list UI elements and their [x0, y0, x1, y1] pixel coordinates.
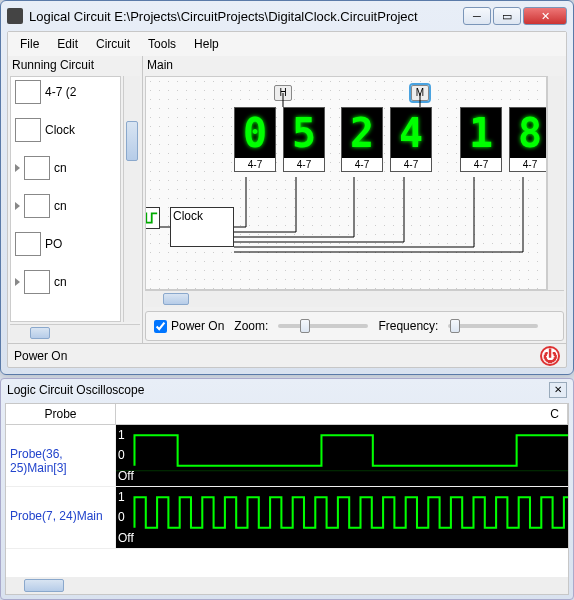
menu-help[interactable]: Help: [186, 34, 227, 54]
window-controls: ─ ▭ ✕: [463, 7, 567, 25]
canvas-scrollbar-vertical[interactable]: [547, 76, 564, 290]
maximize-button[interactable]: ▭: [493, 7, 521, 25]
y-labels: 1 0 Off: [118, 425, 134, 486]
statusbar: Power On ⏻: [8, 343, 566, 367]
main-window: Logical Circuit E:\Projects\CircuitProje…: [0, 0, 574, 375]
y-label: 1: [118, 490, 134, 504]
tree-item[interactable]: PO: [13, 231, 118, 257]
tree-item[interactable]: cn: [13, 269, 118, 295]
window-title: Logical Circuit E:\Projects\CircuitProje…: [29, 9, 463, 24]
main-panel-header: Main: [143, 56, 566, 74]
circuit-canvas[interactable]: H M 04-7 54-7 24-7 44-7 14-7 84-7: [145, 76, 547, 290]
component-icon: [15, 118, 41, 142]
seg-label: 4-7: [284, 158, 324, 171]
pin-m[interactable]: M: [411, 85, 429, 101]
waveform[interactable]: 1 0 Off: [116, 425, 568, 486]
power-checkbox-input[interactable]: [154, 320, 167, 333]
digit: 0: [235, 108, 275, 158]
tree-scrollbar-horizontal[interactable]: [10, 324, 140, 341]
probe-name[interactable]: Probe(7, 24)Main: [6, 487, 116, 548]
left-panel-header: Running Circuit: [8, 56, 142, 74]
component-icon: [24, 156, 50, 180]
canvas-scrollbar-horizontal[interactable]: [145, 290, 564, 307]
seven-seg-display[interactable]: 84-7: [509, 107, 547, 172]
power-button[interactable]: ⏻: [540, 346, 560, 366]
tree-item[interactable]: 4-7 (2: [13, 79, 118, 105]
tree-item[interactable]: cn: [13, 155, 118, 181]
col-data-header[interactable]: C: [116, 404, 568, 424]
oscilloscope-window: Logic Circuit Oscilloscope ✕ Probe C Pro…: [0, 378, 574, 600]
seg-label: 4-7: [342, 158, 382, 171]
seg-label: 4-7: [235, 158, 275, 171]
clock-label: Clock: [173, 209, 203, 223]
seven-seg-display[interactable]: 44-7: [390, 107, 432, 172]
tree-item-label: 4-7 (2: [45, 85, 76, 99]
scrollbar-thumb[interactable]: [126, 121, 138, 161]
scrollbar-thumb[interactable]: [163, 293, 189, 305]
seg-label: 4-7: [391, 158, 431, 171]
controls-bar: Power On Zoom: Frequency:: [145, 311, 564, 341]
frequency-slider[interactable]: [448, 324, 538, 328]
menubar: File Edit Circuit Tools Help: [8, 32, 566, 56]
menu-tools[interactable]: Tools: [140, 34, 184, 54]
oscilloscope-title: Logic Circuit Oscilloscope: [7, 383, 549, 397]
oscilloscope-scrollbar[interactable]: [6, 577, 568, 594]
oscilloscope-row: Probe(7, 24)Main 1 0 Off: [6, 487, 568, 549]
probe-name[interactable]: Probe(36, 25)Main[3]: [6, 425, 116, 486]
expand-icon[interactable]: [15, 202, 20, 210]
canvas-wrap: H M 04-7 54-7 24-7 44-7 14-7 84-7: [143, 74, 566, 290]
tree-item[interactable]: Clock: [13, 117, 118, 143]
slider-thumb[interactable]: [300, 319, 310, 333]
left-panel: Running Circuit 4-7 (2 Clock: [8, 56, 143, 343]
y-label: Off: [118, 531, 134, 545]
component-icon: [15, 232, 41, 256]
scrollbar-thumb[interactable]: [24, 579, 64, 592]
digit: 8: [510, 108, 547, 158]
expand-icon[interactable]: [15, 164, 20, 172]
seven-seg-display[interactable]: 04-7: [234, 107, 276, 172]
slider-thumb[interactable]: [450, 319, 460, 333]
seven-seg-display[interactable]: 24-7: [341, 107, 383, 172]
y-labels: 1 0 Off: [118, 487, 134, 548]
waveform[interactable]: 1 0 Off: [116, 487, 568, 548]
status-text: Power On: [14, 349, 67, 363]
clock-component[interactable]: Clock: [170, 207, 234, 247]
tree-scrollbar-vertical[interactable]: [123, 76, 140, 322]
digit: 5: [284, 108, 324, 158]
expand-icon[interactable]: [15, 278, 20, 286]
close-button[interactable]: ✕: [523, 7, 567, 25]
minimize-button[interactable]: ─: [463, 7, 491, 25]
tree-item[interactable]: cn: [13, 193, 118, 219]
wave-svg: [116, 425, 568, 486]
oscilloscope-titlebar[interactable]: Logic Circuit Oscilloscope ✕: [1, 379, 573, 401]
tree-item-label: cn: [54, 161, 67, 175]
y-label: 0: [118, 510, 134, 524]
circuit-tree-list[interactable]: 4-7 (2 Clock cn: [10, 76, 121, 322]
scrollbar-thumb[interactable]: [30, 327, 50, 339]
workspace: Running Circuit 4-7 (2 Clock: [8, 56, 566, 343]
digit: 4: [391, 108, 431, 158]
menu-file[interactable]: File: [12, 34, 47, 54]
y-label: 0: [118, 448, 134, 462]
menu-edit[interactable]: Edit: [49, 34, 86, 54]
seven-seg-display[interactable]: 14-7: [460, 107, 502, 172]
app-icon: [7, 8, 23, 24]
tree-item-label: cn: [54, 275, 67, 289]
tree-item-label: Clock: [45, 123, 75, 137]
menu-circuit[interactable]: Circuit: [88, 34, 138, 54]
titlebar[interactable]: Logical Circuit E:\Projects\CircuitProje…: [1, 1, 573, 31]
frequency-label: Frequency:: [378, 319, 438, 333]
oscilloscope-client: Probe C Probe(36, 25)Main[3] 1 0 Off: [5, 403, 569, 595]
client-area: File Edit Circuit Tools Help Running Cir…: [7, 31, 567, 368]
pin-h[interactable]: H: [274, 85, 292, 101]
power-checkbox[interactable]: Power On: [154, 319, 224, 333]
oscilloscope-close-button[interactable]: ✕: [549, 382, 567, 398]
zoom-slider[interactable]: [278, 324, 368, 328]
wave-svg: [116, 487, 568, 548]
tree-item-label: PO: [45, 237, 62, 251]
zoom-label: Zoom:: [234, 319, 268, 333]
tree-item-label: cn: [54, 199, 67, 213]
seven-seg-display[interactable]: 54-7: [283, 107, 325, 172]
clock-signal-icon[interactable]: [145, 207, 160, 229]
col-probe-header[interactable]: Probe: [6, 404, 116, 424]
